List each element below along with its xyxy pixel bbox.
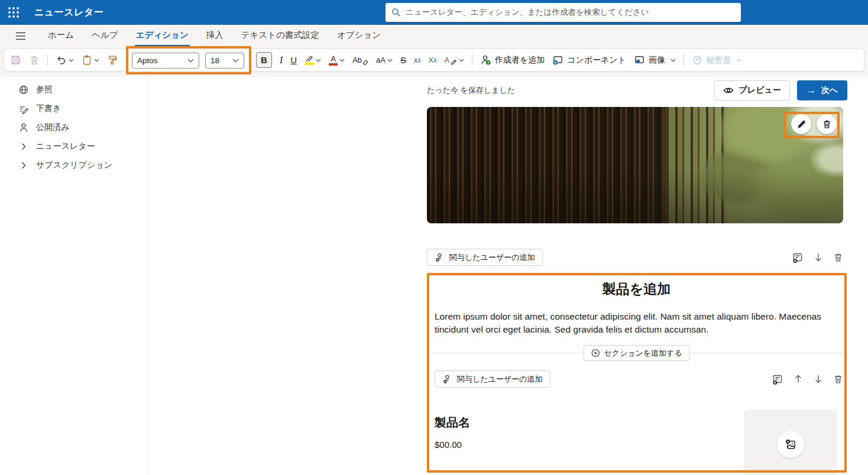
ribbon-toolbar: Aptos 18 B I U A xyxy=(4,48,864,71)
app-window: ニュースレター ニュースレター、エディション、または作成者を検索してください ホ… xyxy=(0,0,868,475)
delete-section-icon[interactable] xyxy=(833,252,843,263)
sidebar-item-subscription[interactable]: サブスクリプション xyxy=(0,156,147,175)
font-name-select[interactable]: Aptos xyxy=(132,53,199,69)
sidebar-item-label: 下書き xyxy=(36,103,61,114)
tab-insert[interactable]: 挿入 xyxy=(205,25,225,47)
product-section-body[interactable]: Lorem ipsum dolor sit amet, consectetur … xyxy=(435,310,840,336)
menu-bar: ホーム ヘルプ エディション 挿入 テキストの書式設定 オプション xyxy=(0,25,868,47)
clear-format-button[interactable]: Ab xyxy=(352,56,368,65)
search-icon xyxy=(391,8,401,17)
add-engaged-users-button[interactable]: 関与したユーザーの追加 xyxy=(427,249,543,266)
sidebar-item-browse[interactable]: 参照 xyxy=(0,80,147,99)
component-icon xyxy=(552,54,563,66)
tab-text-format[interactable]: テキストの書式設定 xyxy=(240,25,320,47)
person-add-icon xyxy=(435,252,445,262)
edit-image-button[interactable] xyxy=(791,114,811,134)
next-button[interactable]: → 次へ xyxy=(797,80,847,100)
chevron-down-icon xyxy=(94,58,99,62)
top-app-bar: ニュースレター ニュースレター、エディション、または作成者を検索してください xyxy=(0,0,868,25)
chevron-right-icon xyxy=(18,162,30,169)
change-case-button[interactable]: aA xyxy=(376,56,393,64)
sidebar-item-label: サブスクリプション xyxy=(36,160,112,171)
add-card-icon[interactable] xyxy=(792,252,804,263)
font-size-select[interactable]: 18 xyxy=(205,53,244,69)
status-row: たった今 を保存しました プレビュー → 次へ xyxy=(427,79,847,102)
add-product-image-button[interactable] xyxy=(777,431,804,458)
highlight-color-button[interactable] xyxy=(305,56,321,65)
eye-icon xyxy=(723,86,734,95)
product-section: 製品を追加 Lorem ipsum dolor sit amet, consec… xyxy=(427,273,846,475)
arrow-right-icon: → xyxy=(807,85,816,96)
section-action-row: 関与したユーザーの追加 xyxy=(435,370,843,388)
move-down-icon[interactable] xyxy=(813,373,824,385)
preview-button[interactable]: プレビュー xyxy=(714,80,789,100)
tab-help[interactable]: ヘルプ xyxy=(90,25,119,47)
format-painter-icon[interactable] xyxy=(107,54,118,66)
add-card-icon[interactable] xyxy=(772,373,783,385)
tab-home[interactable]: ホーム xyxy=(47,25,75,47)
app-title: ニュースレター xyxy=(34,6,103,19)
bold-button[interactable]: B xyxy=(256,52,272,68)
subscript-button[interactable]: X2 xyxy=(429,56,437,64)
editor-canvas: たった今 を保存しました プレビュー → 次へ xyxy=(427,71,848,475)
save-icon xyxy=(10,54,21,66)
image-add-icon xyxy=(785,438,797,451)
hamburger-icon[interactable] xyxy=(9,25,32,47)
delete-section-icon[interactable] xyxy=(833,373,843,385)
image-icon xyxy=(634,54,645,66)
font-size-value: 18 xyxy=(210,56,219,65)
draft-icon xyxy=(18,103,30,114)
chevron-down-icon xyxy=(339,58,345,62)
component-button[interactable]: コンポーネント xyxy=(552,54,626,66)
strikethrough-button[interactable]: S xyxy=(400,55,406,65)
chevron-down-icon xyxy=(387,58,393,62)
hero-image[interactable] xyxy=(427,107,843,223)
sensitivity-button: 秘密度 xyxy=(692,55,741,66)
sidebar-item-drafts[interactable]: 下書き xyxy=(0,99,147,118)
add-section-divider: セクションを追加する xyxy=(427,345,846,361)
delete-image-button[interactable] xyxy=(817,114,837,134)
move-up-icon[interactable] xyxy=(793,373,804,385)
section-action-row: 関与したユーザーの追加 xyxy=(427,249,843,266)
move-down-icon[interactable] xyxy=(813,252,824,263)
product-section-title[interactable]: 製品を追加 xyxy=(427,273,846,298)
sidebar-item-label: ニュースレター xyxy=(36,141,95,152)
search-placeholder-text: ニュースレター、エディション、または作成者を検索してください xyxy=(406,7,649,18)
underline-button[interactable]: U xyxy=(290,55,297,65)
image-button[interactable]: 画像 xyxy=(634,54,676,66)
tab-options[interactable]: オプション xyxy=(336,25,382,47)
pencil-icon xyxy=(796,119,807,129)
superscript-button[interactable]: x2 xyxy=(414,56,421,64)
plus-circle-icon xyxy=(591,349,600,357)
chevron-down-icon xyxy=(671,58,676,62)
app-launcher-icon[interactable] xyxy=(0,0,27,25)
add-engaged-users-button[interactable]: 関与したユーザーの追加 xyxy=(435,370,550,388)
add-author-button[interactable]: 作成者を追加 xyxy=(480,54,545,66)
chevron-down-icon xyxy=(187,58,194,63)
person-icon xyxy=(18,122,30,133)
font-color-button[interactable]: A xyxy=(329,55,345,66)
sidebar-item-label: 参照 xyxy=(36,84,53,95)
product-image-placeholder[interactable] xyxy=(744,409,837,475)
search-box[interactable]: ニュースレター、エディション、または作成者を検索してください xyxy=(386,3,741,22)
font-name-value: Aptos xyxy=(137,56,158,65)
sidebar-item-published[interactable]: 公開済み xyxy=(0,118,147,137)
delete-icon xyxy=(29,54,40,66)
chevron-down-icon xyxy=(232,58,239,63)
person-add-icon xyxy=(480,54,491,66)
paste-button[interactable] xyxy=(82,54,99,66)
shield-icon xyxy=(692,55,702,66)
section-controls xyxy=(772,373,843,385)
sidebar-item-newsletter[interactable]: ニュースレター xyxy=(0,137,147,156)
trash-icon xyxy=(822,119,832,129)
format-pen-button[interactable]: A xyxy=(444,56,464,65)
section-controls xyxy=(792,252,843,263)
add-section-button[interactable]: セクションを追加する xyxy=(583,345,689,361)
italic-button[interactable]: I xyxy=(280,55,283,66)
tab-edition[interactable]: エディション xyxy=(135,25,190,47)
person-add-icon xyxy=(442,374,452,384)
sidebar: 参照 下書き 公開済み ニュースレター xyxy=(0,77,148,475)
chevron-down-icon xyxy=(69,58,74,62)
undo-button[interactable] xyxy=(56,54,74,66)
sidebar-item-label: 公開済み xyxy=(36,122,69,133)
